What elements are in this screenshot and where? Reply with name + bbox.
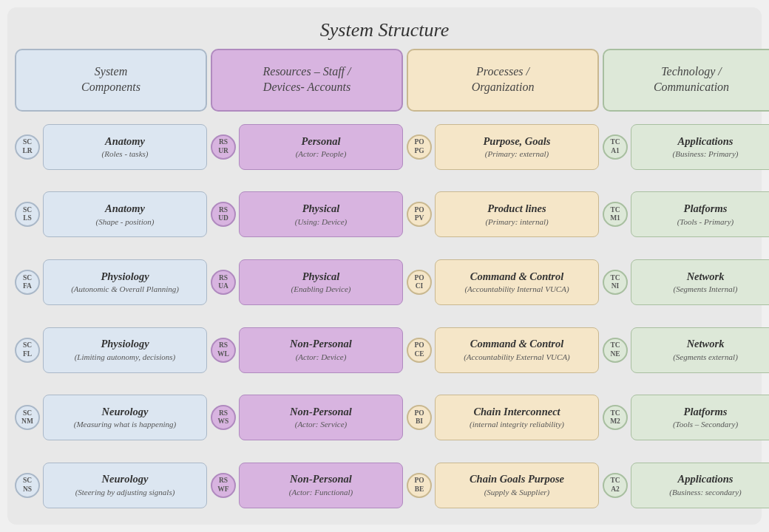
cell-row2-col1: RS UAPhysical(Enabling Device) [211, 250, 403, 315]
box-title: Network [687, 338, 725, 350]
badge-SC-FA: SC FA [15, 270, 40, 295]
badge-PO-PG: PO PG [407, 134, 432, 160]
box-title: Neurology [102, 406, 149, 418]
grid: System ComponentsResources – Staff / Dev… [15, 49, 754, 517]
content-box-row5-col1: Non-Personal(Actor: Functional) [239, 463, 403, 508]
badge-RS-WS: RS WS [211, 405, 236, 430]
badge-RS-UA: RS UA [211, 270, 236, 295]
content-box-row1-col1: Physical(Using: Device) [239, 191, 403, 237]
page-title: System Structure [15, 15, 754, 44]
content-box-row4-col0: Neurology(Measuring what is happening) [43, 395, 207, 440]
cell-row0-col3: TC A1Applications(Business: Primary) [603, 115, 769, 180]
box-title: Platforms [684, 202, 728, 215]
cell-row1-col3: TC M1Platforms(Tools - Primary) [603, 183, 769, 247]
box-subtitle: (Segments external) [673, 352, 738, 362]
content-box-row3-col0: Physiology(Limiting autonomy, decisions) [43, 327, 207, 373]
badge-RS-WF: RS WF [211, 473, 236, 498]
content-box-row4-col3: Platforms(Tools – Secondary) [631, 395, 769, 440]
content-box-row2-col0: Physiology(Autonomic & Overall Planning) [43, 259, 207, 305]
cell-row2-col3: TC NINetwork(Segments Internal) [603, 250, 769, 315]
box-subtitle: (Business: Primary) [673, 149, 739, 159]
box-title: Applications [678, 135, 734, 148]
box-title: Physical [302, 270, 340, 283]
box-subtitle: (Autonomic & Overall Planning) [71, 284, 179, 294]
badge-TC-NE: TC NE [603, 338, 628, 363]
box-subtitle: (Accountability External VUCA) [464, 352, 570, 362]
content-box-row0-col0: Anatomy(Roles - tasks) [43, 124, 207, 170]
box-title: Platforms [684, 406, 728, 418]
content-box-row1-col3: Platforms(Tools - Primary) [631, 191, 769, 237]
box-subtitle: (Steering by adjusting signals) [75, 488, 175, 497]
header-tc: Technology / Communication [603, 49, 769, 112]
content-box-row3-col1: Non-Personal(Actor: Device) [239, 327, 403, 373]
box-subtitle: (Tools - Primary) [677, 217, 734, 227]
box-title: Chain Goals Purpose [470, 473, 564, 485]
content-box-row0-col1: Personal(Actor: People) [239, 124, 403, 170]
box-subtitle: (Shape - position) [96, 217, 155, 227]
header-po: Processes / Organization [407, 49, 599, 112]
box-subtitle: (Accountability Internal VUCA) [464, 284, 569, 294]
box-subtitle: (Limiting autonomy, decisions) [75, 352, 176, 362]
box-subtitle: (Roles - tasks) [102, 149, 149, 159]
box-subtitle: (Actor: Functional) [289, 488, 353, 497]
cell-row3-col2: PO CECommand & Control(Accountability Ex… [407, 318, 599, 382]
box-title: Neurology [102, 473, 149, 485]
cell-row2-col0: SC FAPhysiology(Autonomic & Overall Plan… [15, 250, 207, 315]
cell-row4-col0: SC NMNeurology(Measuring what is happeni… [15, 386, 207, 450]
badge-SC-NM: SC NM [15, 405, 40, 430]
badge-SC-LS: SC LS [15, 202, 40, 227]
badge-RS-UR: RS UR [211, 134, 236, 160]
cell-row4-col2: PO BIChain Interconnect(internal integri… [407, 386, 599, 450]
cell-row5-col2: PO BEChain Goals Purpose(Supply & Suppli… [407, 453, 599, 517]
box-title: Physiology [101, 338, 149, 350]
box-subtitle: (Tools – Secondary) [673, 420, 738, 429]
box-subtitle: (Measuring what is happening) [74, 420, 176, 429]
cell-row3-col0: SC FLPhysiology(Limiting autonomy, decis… [15, 318, 207, 382]
box-title: Command & Control [470, 270, 564, 283]
box-title: Non-Personal [290, 473, 352, 485]
box-subtitle: (Primary: external) [485, 149, 549, 159]
box-title: Network [687, 270, 725, 283]
box-title: Anatomy [105, 202, 145, 215]
content-box-row2-col1: Physical(Enabling Device) [239, 259, 403, 305]
content-box-row4-col2: Chain Interconnect(internal integrity re… [435, 395, 599, 440]
content-box-row3-col2: Command & Control(Accountability Externa… [435, 327, 599, 373]
box-subtitle: (Business: secondary) [669, 488, 741, 497]
badge-SC-FL: SC FL [15, 338, 40, 363]
cell-row5-col0: SC NSNeurology(Steering by adjusting sig… [15, 453, 207, 517]
content-box-row2-col3: Network(Segments Internal) [631, 259, 769, 305]
cell-row3-col1: RS WLNon-Personal(Actor: Device) [211, 318, 403, 382]
badge-PO-BI: PO BI [407, 405, 432, 430]
content-box-row4-col1: Non-Personal(Actor: Service) [239, 395, 403, 440]
box-title: Chain Interconnect [473, 406, 560, 418]
main-container: System Structure System ComponentsResour… [7, 7, 762, 525]
header-sc: System Components [15, 49, 207, 112]
badge-SC-NS: SC NS [15, 473, 40, 498]
badge-TC-M1: TC M1 [603, 202, 628, 227]
box-title: Product lines [487, 202, 546, 215]
box-title: Non-Personal [290, 406, 352, 418]
content-box-row5-col0: Neurology(Steering by adjusting signals) [43, 463, 207, 508]
content-box-row0-col2: Purpose, Goals(Primary: external) [435, 124, 599, 170]
content-box-row3-col3: Network(Segments external) [631, 327, 769, 373]
box-title: Applications [678, 473, 734, 485]
badge-PO-CI: PO CI [407, 270, 432, 295]
cell-row5-col3: TC A2Applications(Business: secondary) [603, 453, 769, 517]
cell-row1-col0: SC LSAnatomy(Shape - position) [15, 183, 207, 247]
box-title: Physiology [101, 270, 149, 283]
badge-PO-PV: PO PV [407, 202, 432, 227]
box-subtitle: (Actor: People) [296, 149, 347, 159]
box-subtitle: (Actor: Device) [296, 352, 347, 362]
cell-row0-col0: SC LRAnatomy(Roles - tasks) [15, 115, 207, 180]
cell-row5-col1: RS WFNon-Personal(Actor: Functional) [211, 453, 403, 517]
cell-row2-col2: PO CICommand & Control(Accountability In… [407, 250, 599, 315]
content-box-row1-col2: Product lines(Primary: internal) [435, 191, 599, 237]
box-subtitle: (Primary: internal) [485, 217, 548, 227]
box-subtitle: (Segments Internal) [673, 284, 737, 294]
header-rs: Resources – Staff / Devices- Accounts [211, 49, 403, 112]
badge-TC-A2: TC A2 [603, 473, 628, 498]
cell-row0-col1: RS URPersonal(Actor: People) [211, 115, 403, 180]
cell-row1-col2: PO PVProduct lines(Primary: internal) [407, 183, 599, 247]
content-box-row5-col2: Chain Goals Purpose(Supply & Supplier) [435, 463, 599, 508]
cell-row4-col1: RS WSNon-Personal(Actor: Service) [211, 386, 403, 450]
